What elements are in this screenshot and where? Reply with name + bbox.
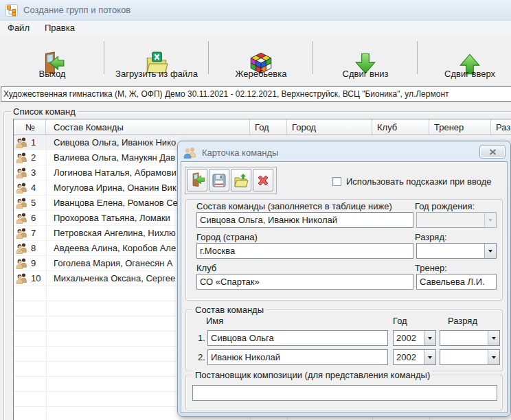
column-header-city[interactable]: Город <box>287 119 372 135</box>
team-people-icon <box>16 182 27 194</box>
row-number: 8 <box>31 243 36 253</box>
team-card-dialog: Карточка команды <box>177 141 511 417</box>
shift-up-label: Сдвиг вверх <box>444 69 495 79</box>
dialog-delete-button[interactable] <box>253 169 273 191</box>
member-1-grade-select[interactable] <box>440 330 500 346</box>
coach-field-label: Тренер: <box>415 263 447 273</box>
choreographer-field[interactable] <box>192 385 497 401</box>
dialog-exit-button[interactable] <box>187 169 207 191</box>
chevron-down-icon[interactable] <box>488 331 499 345</box>
shift-down-button[interactable]: Сдвиг вниз <box>313 36 418 81</box>
window-title: Создание групп и потоков <box>23 5 130 15</box>
team-people-icon <box>16 167 27 178</box>
team-field[interactable] <box>196 212 413 228</box>
member-1-name-field[interactable] <box>207 330 388 346</box>
load-from-file-button[interactable]: Загрузить из файла <box>104 36 209 81</box>
team-form-group: Состав команды (заполняется в таблице ни… <box>185 199 503 301</box>
city-field-label: Город (страна) <box>196 232 258 242</box>
team-people-icon <box>16 197 27 209</box>
competition-info-text: Художественная гимнастика (М, Ж, ОФП) Де… <box>3 89 449 99</box>
row-number: 7 <box>31 228 36 238</box>
choreographer-group-title: Постановщик композиции (для представлени… <box>192 370 433 380</box>
row-number: 10 <box>31 273 41 283</box>
hints-checkbox-row: Использовать подсказки при вводе <box>332 176 492 187</box>
column-header-grade[interactable]: Разряд <box>491 119 511 135</box>
hints-checkbox[interactable] <box>332 177 341 186</box>
team-people-icon <box>16 257 27 269</box>
dialog-close-button[interactable] <box>479 145 506 159</box>
column-header-coach[interactable]: Тренер <box>429 119 491 135</box>
team-field-label: Состав команды (заполняется в таблице ни… <box>196 201 392 211</box>
app-screen: Создание групп и потоков Файл Правка Вых… <box>0 0 511 420</box>
column-header-num[interactable]: № <box>14 119 46 135</box>
grade-select[interactable] <box>416 243 497 259</box>
shift-down-label: Сдвиг вниз <box>343 69 389 79</box>
dialog-titlebar: Карточка команды <box>180 143 508 161</box>
member-1-year-select[interactable]: 2002 <box>393 330 436 346</box>
column-divider <box>46 135 47 420</box>
exit-button[interactable]: Выход <box>0 36 104 81</box>
coach-field[interactable] <box>416 274 497 290</box>
member-2-year-value: 2002 <box>394 350 424 364</box>
birth-year-select <box>416 212 497 228</box>
member-year-header: Год <box>393 316 407 326</box>
dialog-title: Карточка команды <box>202 148 278 158</box>
members-group-title: Состав команды <box>192 305 266 315</box>
dialog-toolbar <box>185 167 277 194</box>
dialog-open-button[interactable] <box>231 169 251 191</box>
chevron-down-icon[interactable] <box>488 350 499 364</box>
column-header-year[interactable]: Год <box>250 119 287 135</box>
team-people-icon <box>16 137 27 148</box>
member-1-index: 1. <box>198 333 205 343</box>
member-2-year-select[interactable]: 2002 <box>393 349 436 365</box>
member-grade-header: Разряд <box>448 316 477 326</box>
titlebar: Создание групп и потоков <box>0 0 511 21</box>
member-2-name-field[interactable] <box>207 349 388 365</box>
menu-edit[interactable]: Правка <box>37 21 82 36</box>
club-field[interactable] <box>196 274 413 290</box>
choreographer-group: Постановщик композиции (для представлени… <box>185 375 503 410</box>
member-1-grade-value <box>440 331 488 345</box>
city-field[interactable] <box>196 243 413 259</box>
menu-file[interactable]: Файл <box>0 21 37 36</box>
grade-label: Разряд: <box>415 232 447 242</box>
chevron-down-icon[interactable] <box>424 350 435 364</box>
draw-lots-button[interactable]: Жеребьевка <box>209 36 313 81</box>
shift-up-button[interactable]: Сдвиг вверх <box>418 36 511 81</box>
member-2-grade-select[interactable] <box>440 349 500 365</box>
exit-button-label: Выход <box>39 69 66 79</box>
dialog-save-button[interactable] <box>209 169 229 191</box>
team-people-icon <box>16 212 27 224</box>
team-people-icon <box>16 242 27 254</box>
delete-cross-icon <box>255 173 271 188</box>
members-group: Состав команды Имя Год Разряд 1. 2002 2.… <box>185 310 503 371</box>
team-people-icon <box>16 272 27 284</box>
column-header-club[interactable]: Клуб <box>372 119 429 135</box>
row-number: 4 <box>31 183 36 193</box>
birth-year-label: Год рождения: <box>415 201 475 211</box>
chevron-down-icon[interactable] <box>484 244 496 258</box>
main-toolbar: Выход Загрузить из файла Жеребьевка Сдви… <box>0 36 511 82</box>
exit-door-icon <box>189 172 205 188</box>
row-number: 5 <box>31 198 36 208</box>
team-table-header: № Состав Команды Год Город Клуб Тренер Р… <box>14 119 511 135</box>
column-header-team[interactable]: Состав Команды <box>46 119 250 135</box>
chevron-down-icon[interactable] <box>424 331 435 345</box>
team-list-group-title: Список команд <box>10 106 78 117</box>
member-1-year-value: 2002 <box>394 331 424 345</box>
org-tree-icon <box>5 4 18 16</box>
open-folder-icon <box>234 173 249 188</box>
row-number: 2 <box>31 152 36 163</box>
team-card-people-icon <box>183 146 196 159</box>
member-name-header: Имя <box>206 316 223 326</box>
menubar: Файл Правка <box>0 21 511 36</box>
chevron-down-icon <box>484 213 496 227</box>
row-number: 9 <box>31 258 36 268</box>
save-floppy-icon <box>212 173 227 188</box>
row-number: 1 <box>31 137 36 148</box>
club-field-label: Клуб <box>196 263 216 273</box>
row-number: 3 <box>31 167 36 178</box>
birth-year-value <box>417 213 484 227</box>
grade-value <box>417 244 484 258</box>
member-2-grade-value <box>440 350 488 364</box>
